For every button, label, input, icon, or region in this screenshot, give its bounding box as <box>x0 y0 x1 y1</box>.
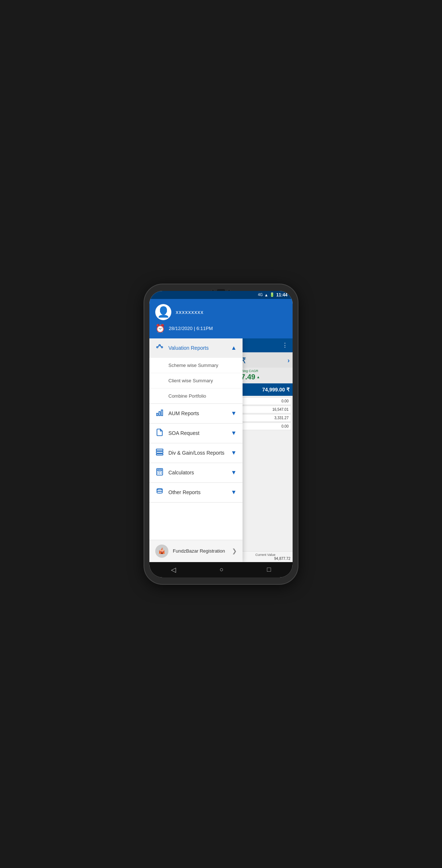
cagr-label: Weg CAGR <box>238 368 293 373</box>
up-arrow-icon: ▲ <box>256 375 260 379</box>
combine-portfolio-item[interactable]: Combine Portfolio <box>149 388 243 403</box>
data-cell-3: 3,331.27 <box>240 414 291 422</box>
calculators-menu-item[interactable]: Calculators ▼ <box>149 463 243 482</box>
fundzbazar-arrow-icon: ❯ <box>232 547 237 554</box>
data-cell-2: 16,547.01 <box>240 406 291 413</box>
scheme-wise-summary-item[interactable]: Scheme wise Summary <box>149 358 243 373</box>
calculators-chevron-icon: ▼ <box>231 469 237 476</box>
current-value-label: Current Value <box>240 553 290 557</box>
soa-section: SOA Request ▼ <box>149 424 243 443</box>
calculators-label: Calculators <box>168 470 231 475</box>
bg-rupee-row: ₹ › <box>238 352 293 368</box>
other-reports-menu-item[interactable]: Other Reports ▼ <box>149 483 243 502</box>
username-label: xxxxxxxxx <box>176 309 204 315</box>
svg-rect-9 <box>156 451 163 453</box>
total-value-bar: 74,999.00 ₹ <box>238 383 293 396</box>
valuation-submenu: Scheme wise Summary Client wise Summary … <box>149 358 243 403</box>
other-reports-label: Other Reports <box>168 489 231 495</box>
fundzbazar-label: FundzBazar Registration <box>173 548 232 554</box>
valuation-section: Valuation Reports ▲ Scheme wise Summary … <box>149 338 243 404</box>
valuation-reports-menu-item[interactable]: Valuation Reports ▲ <box>149 338 243 358</box>
svg-point-0 <box>157 346 158 348</box>
network-indicator: 4G <box>258 293 263 297</box>
aum-section: AUM Reports ▼ <box>149 404 243 424</box>
divgain-reports-menu-item[interactable]: Div & Gain/Loss Reports ▼ <box>149 443 243 463</box>
soa-request-label: SOA Request <box>168 430 231 436</box>
battery-icon: 🔋 <box>270 292 275 297</box>
content-area: ⋮ ₹ › Weg CAGR 7.49 ▲ 74,999.00 ₹ 0.00 1… <box>149 338 293 562</box>
fundzbazar-logo: 🎪 <box>155 545 168 558</box>
data-rows: 0.00 16,547.01 3,331.27 0.00 <box>238 396 293 551</box>
valuation-icon <box>155 343 164 353</box>
divgain-icon <box>155 448 164 458</box>
navigation-drawer: Valuation Reports ▲ Scheme wise Summary … <box>149 338 243 562</box>
svg-rect-5 <box>157 413 158 415</box>
svg-line-4 <box>160 345 161 347</box>
divgain-section: Div & Gain/Loss Reports ▼ <box>149 443 243 463</box>
other-reports-chevron-icon: ▼ <box>231 489 237 496</box>
data-cell-1: 0.00 <box>240 397 291 405</box>
datetime-text: 28/12/2020 | 6:11PM <box>169 326 213 331</box>
svg-rect-8 <box>156 449 163 451</box>
valuation-reports-label: Valuation Reports <box>168 345 231 351</box>
drawer-spacer <box>149 503 243 540</box>
svg-line-3 <box>158 345 159 347</box>
client-wise-summary-item[interactable]: Client wise Summary <box>149 373 243 388</box>
back-button[interactable]: ◁ <box>171 566 176 574</box>
cagr-value: 7.49 ▲ <box>238 373 293 383</box>
more-options-icon[interactable]: ⋮ <box>282 342 288 349</box>
clock-icon: ⏰ <box>155 324 165 333</box>
user-icon: 👤 <box>157 306 170 318</box>
soa-icon <box>155 428 164 438</box>
svg-point-1 <box>159 344 160 346</box>
aum-icon <box>155 409 164 418</box>
data-cell-4: 0.00 <box>240 422 291 430</box>
bottom-navigation: ◁ ○ □ <box>149 562 293 577</box>
svg-rect-6 <box>159 412 160 416</box>
bg-top-bar: ⋮ <box>238 338 293 352</box>
current-value-section: Current Value 94,877.72 <box>238 551 293 562</box>
next-arrow-icon[interactable]: › <box>287 357 290 364</box>
svg-rect-12 <box>158 469 162 471</box>
other-reports-icon <box>155 488 164 497</box>
total-value: 74,999.00 ₹ <box>262 387 290 393</box>
fundzbazar-registration-item[interactable]: 🎪 FundzBazar Registration ❯ <box>149 540 243 562</box>
avatar: 👤 <box>155 304 171 320</box>
aum-reports-menu-item[interactable]: AUM Reports ▼ <box>149 404 243 423</box>
calculators-icon <box>155 468 164 478</box>
signal-icon: ▲ <box>264 293 268 297</box>
phone-screen: 4G ▲ 🔋 11:44 👤 xxxxxxxxx ⏰ 28/12/2020 | … <box>149 291 293 577</box>
home-button[interactable]: ○ <box>220 566 224 573</box>
datetime-row: ⏰ 28/12/2020 | 6:11PM <box>155 324 287 334</box>
clock: 11:44 <box>276 292 287 297</box>
valuation-chevron-icon: ▲ <box>231 345 237 351</box>
recents-button[interactable]: □ <box>267 566 271 573</box>
bg-app-content: ⋮ ₹ › Weg CAGR 7.49 ▲ 74,999.00 ₹ 0.00 1… <box>238 338 293 562</box>
aum-chevron-icon: ▼ <box>231 410 237 417</box>
soa-chevron-icon: ▼ <box>231 430 237 436</box>
current-value: 94,877.72 <box>240 557 290 561</box>
calculators-section: Calculators ▼ <box>149 463 243 483</box>
other-reports-section: Other Reports ▼ <box>149 483 243 503</box>
svg-rect-7 <box>161 410 163 416</box>
divgain-reports-label: Div & Gain/Loss Reports <box>168 450 231 456</box>
svg-point-2 <box>161 346 163 348</box>
svg-rect-10 <box>156 454 163 455</box>
svg-point-19 <box>157 488 163 490</box>
user-row: 👤 xxxxxxxxx <box>155 304 287 320</box>
phone-device: 4G ▲ 🔋 11:44 👤 xxxxxxxxx ⏰ 28/12/2020 | … <box>144 284 298 584</box>
status-bar: 4G ▲ 🔋 11:44 <box>149 291 293 299</box>
status-icons: 4G ▲ 🔋 11:44 <box>258 292 287 297</box>
soa-request-menu-item[interactable]: SOA Request ▼ <box>149 424 243 443</box>
divgain-chevron-icon: ▼ <box>231 450 237 456</box>
app-header: 👤 xxxxxxxxx ⏰ 28/12/2020 | 6:11PM <box>149 299 293 338</box>
aum-reports-label: AUM Reports <box>168 410 231 416</box>
